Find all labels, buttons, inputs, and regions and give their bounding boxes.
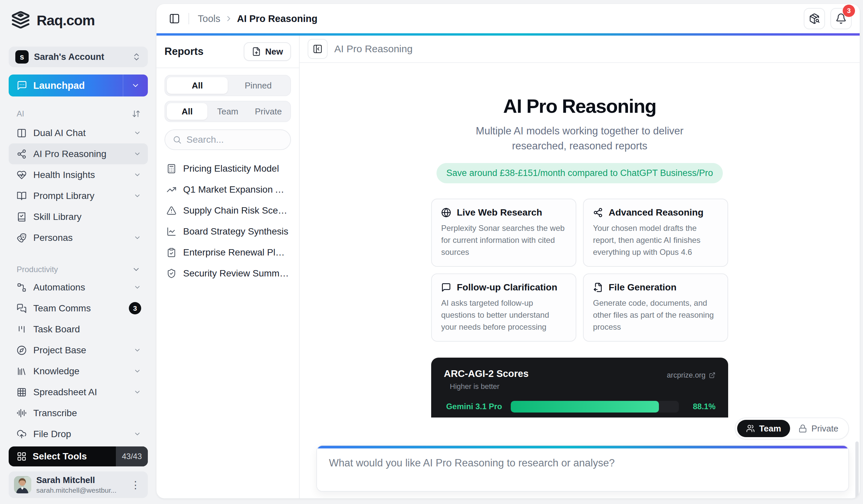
launchpad-button[interactable]: Launchpad [9, 75, 148, 96]
divider [157, 67, 299, 68]
select-tools-button[interactable]: Select Tools 43/43 [9, 447, 148, 466]
team-toggle[interactable]: Team [737, 420, 790, 437]
chevron-down-icon [132, 265, 140, 274]
chevrons-up-down-icon [132, 52, 141, 62]
report-item[interactable]: Security Review Summary [162, 263, 294, 284]
scrollbar-thumb[interactable] [855, 441, 859, 498]
team-comms-badge: 3 [129, 302, 141, 314]
chevron-down-icon [134, 430, 141, 438]
top-header: Tools AI Pro Reasoning 3 [157, 4, 860, 33]
sidebar-item-personas[interactable]: Personas [9, 227, 148, 248]
sidebar-item-automations[interactable]: Automations [9, 277, 148, 298]
heart-pulse-icon [17, 170, 27, 180]
alert-triangle-icon [166, 206, 176, 216]
shield-check-icon [166, 269, 176, 279]
network-icon [593, 208, 603, 218]
report-item[interactable]: Supply Chain Risk Scenarios [162, 200, 294, 221]
chart-source-link[interactable]: arcprize.org [667, 371, 715, 379]
reports-search[interactable] [164, 129, 291, 150]
launchpad-label: Launchpad [33, 80, 85, 91]
sidebar-item-spreadsheet-ai[interactable]: Spreadsheet AI [9, 382, 148, 402]
sort-arrows-icon[interactable] [132, 109, 140, 118]
visibility-toggle: Team Private [735, 417, 849, 439]
report-item[interactable]: Pricing Elasticity Model [162, 158, 294, 179]
messages-icon [17, 303, 27, 313]
sidebar-item-skill-library[interactable]: Skill Library [9, 206, 148, 227]
content-area: AI Pro Reasoning AI Pro Reasoning Multip… [300, 36, 860, 498]
library-icon [17, 366, 27, 376]
launchpad-main[interactable]: Launchpad [9, 75, 123, 96]
sidebar-toggle-button[interactable] [166, 11, 183, 27]
book-check-icon [17, 212, 27, 222]
collapse-panel-button[interactable] [308, 39, 328, 59]
accent-gradient-bar [157, 33, 860, 36]
chevron-down-icon [134, 234, 141, 242]
account-switcher[interactable]: s Sarah's Account [9, 47, 148, 67]
section-productivity-header[interactable]: Productivity [9, 265, 148, 274]
file-plus-icon [252, 47, 261, 56]
page-subtitle: Multiple AI models working together to d… [463, 124, 696, 154]
lock-icon [798, 424, 807, 433]
sidebar-item-file-drop[interactable]: File Drop [9, 424, 148, 444]
report-item[interactable]: Board Strategy Synthesis [162, 221, 294, 242]
sidebar-item-project-base[interactable]: Project Base [9, 340, 148, 361]
workflow-icon [17, 282, 27, 293]
external-link-icon [709, 372, 715, 378]
breadcrumb-tools[interactable]: Tools [198, 13, 221, 24]
tab-scope-private[interactable]: Private [248, 103, 289, 120]
sidebar-item-task-board[interactable]: Task Board [9, 319, 148, 340]
globe-icon [441, 208, 451, 218]
package-search-button[interactable] [804, 8, 825, 29]
reports-title: Reports [164, 46, 203, 57]
panel-left-close-icon [313, 44, 323, 54]
notifications-button[interactable]: 3 [830, 8, 852, 29]
feature-card-live-web-research: Live Web Research Perplexity Sonar searc… [431, 198, 576, 267]
user-card[interactable]: Sarah Mitchell sarah.mitchell@westbur...… [9, 471, 148, 498]
section-ai-header: AI [9, 109, 148, 118]
bar-fill [511, 401, 659, 413]
reports-panel: Reports New All Pinned All Team Private [157, 36, 300, 498]
feature-card-file-generation: File Generation Generate code, documents… [583, 273, 728, 342]
search-input[interactable] [186, 134, 283, 145]
composer-input[interactable] [317, 449, 848, 491]
compass-icon [17, 345, 27, 355]
file-output-icon [593, 282, 603, 293]
report-item[interactable]: Enterprise Renewal Playbook [162, 242, 294, 263]
sidebar-item-health-insights[interactable]: Health Insights [9, 164, 148, 185]
bar-track [511, 401, 679, 413]
chevron-right-icon [224, 14, 233, 23]
sidebar-item-prompt-library[interactable]: Prompt Library [9, 185, 148, 206]
sidebar-item-team-comms[interactable]: Team Comms 3 [9, 298, 148, 319]
table-grid-icon [17, 387, 27, 397]
composer [316, 445, 849, 492]
launchpad-dropdown[interactable] [123, 75, 148, 96]
feature-card-advanced-reasoning: Advanced Reasoning Your chosen model dra… [583, 198, 728, 267]
tab-scope-team[interactable]: Team [208, 103, 248, 120]
avatar [14, 476, 31, 493]
cloud-upload-icon [17, 429, 27, 439]
sidebar-item-knowledge[interactable]: Knowledge [9, 361, 148, 382]
more-vertical-icon[interactable]: ⋮ [128, 479, 142, 491]
sidebar-item-ai-pro-reasoning[interactable]: AI Pro Reasoning [9, 143, 148, 164]
columns-icon [17, 128, 27, 138]
composer-accent-bar [317, 446, 848, 449]
new-report-button[interactable]: New [244, 42, 291, 61]
private-toggle[interactable]: Private [790, 420, 847, 437]
tab-scope-all[interactable]: All [167, 103, 208, 120]
report-item[interactable]: Q1 Market Expansion Ana... [162, 179, 294, 200]
message-square-icon [441, 282, 451, 293]
hero-scroll-region: AI Pro Reasoning Multiple AI models work… [300, 63, 860, 417]
notification-badge: 3 [843, 5, 855, 17]
tab-all[interactable]: All [167, 77, 228, 94]
brand-logo-icon [11, 10, 30, 30]
sidebar-item-dual-ai-chat[interactable]: Dual AI Chat [9, 122, 148, 143]
clipboard-check-icon [166, 247, 176, 258]
users-icon [746, 424, 755, 433]
composer-zone: Team Private [300, 417, 860, 498]
kanban-icon [17, 324, 27, 334]
chevron-down-icon [134, 346, 141, 354]
sidebar-item-transcribe[interactable]: Transcribe [9, 402, 148, 424]
message-dots-icon [17, 80, 27, 91]
tab-pinned[interactable]: Pinned [228, 77, 289, 94]
sidebar-productivity-list: Automations Team Comms 3 Task Board Proj… [9, 277, 148, 444]
